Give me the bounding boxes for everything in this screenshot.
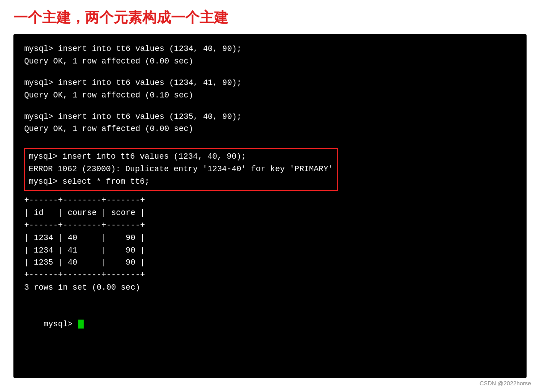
- terminal-block-2: mysql> insert into tt6 values (1234, 41,…: [24, 77, 516, 102]
- terminal-line: mysql> insert into tt6 values (1235, 40,…: [24, 111, 516, 123]
- terminal-line: Query OK, 1 row affected (0.10 sec): [24, 89, 516, 102]
- terminal-prompt-end: mysql>: [24, 306, 516, 343]
- table-output: +------+--------+-------+ | id | course …: [24, 194, 516, 294]
- terminal-line: mysql> insert into tt6 values (1234, 40,…: [24, 43, 516, 55]
- terminal-block-3: mysql> insert into tt6 values (1235, 40,…: [24, 111, 516, 136]
- terminal-line: +------+--------+-------+: [24, 269, 516, 282]
- terminal-line: | 1235 | 40 | 90 |: [24, 257, 516, 269]
- terminal-cursor: [78, 320, 84, 329]
- terminal-line: | id | course | score |: [24, 207, 516, 219]
- terminal-line: ERROR 1062 (23000): Duplicate entry '123…: [29, 163, 333, 176]
- error-highlight-block: mysql> insert into tt6 values (1234, 40,…: [24, 148, 338, 191]
- terminal-line: Query OK, 1 row affected (0.00 sec): [24, 55, 516, 68]
- terminal-line: | 1234 | 40 | 90 |: [24, 232, 516, 244]
- terminal-container: mysql> insert into tt6 values (1234, 40,…: [13, 34, 527, 378]
- terminal-line: Query OK, 1 row affected (0.00 sec): [24, 123, 516, 135]
- terminal-block-1: mysql> insert into tt6 values (1234, 40,…: [24, 43, 516, 68]
- terminal-line: mysql> insert into tt6 values (1234, 40,…: [29, 151, 333, 163]
- terminal-line: mysql> insert into tt6 values (1234, 41,…: [24, 77, 516, 89]
- terminal-line: +------+--------+-------+: [24, 219, 516, 232]
- terminal-line: 3 rows in set (0.00 sec): [24, 282, 516, 294]
- terminal-line: mysql> select * from tt6;: [29, 176, 333, 188]
- terminal-line: | 1234 | 41 | 90 |: [24, 244, 516, 257]
- watermark: CSDN @2022horse: [480, 380, 531, 387]
- page-title: 一个主建，两个元素构成一个主建: [0, 0, 540, 34]
- terminal-line: +------+--------+-------+: [24, 194, 516, 207]
